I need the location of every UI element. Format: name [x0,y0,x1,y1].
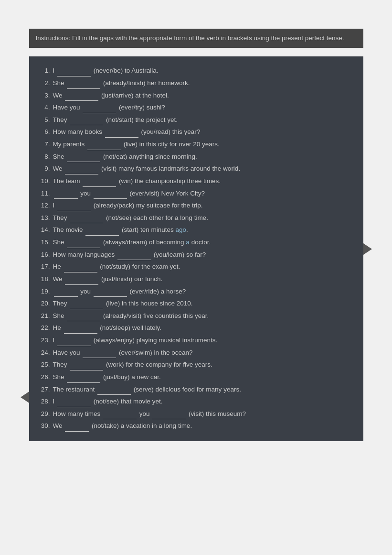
item-number: 7. [41,139,53,150]
item-number: 15. [41,237,53,248]
item-text: They (work) for the company for five yea… [53,359,352,370]
blank [57,401,91,407]
blank [103,413,137,419]
item-text: How many times you (visit) this museum? [53,408,352,420]
item-text: They (not/see) each other for a long tim… [53,212,352,224]
list-item: 29. How many times you (visit) this muse… [41,408,352,420]
list-item: 26. She (just/buy) a new car. [41,371,352,383]
item-text: How many languages (you/learn) so far? [53,249,352,261]
list-item: 24. Have you (ever/swim) in the ocean? [41,347,352,359]
item-number: 11. [41,188,53,199]
blank [105,131,138,138]
blank [65,94,98,101]
item-text: We (not/take) a vacation in a long time. [53,420,352,432]
item-text: She (not/eat) anything since morning. [53,151,352,163]
blank [85,229,119,236]
list-item: 8. She (not/eat) anything since morning. [41,151,352,163]
item-number: 8. [41,151,53,163]
item-number: 26. [41,371,53,383]
item-number: 12. [41,200,53,211]
blank [57,70,91,76]
blank [67,315,100,321]
list-item: 11. you (ever/visit) New York City? [41,188,352,199]
blank [67,376,100,383]
item-number: 20. [41,298,53,309]
blank [57,205,91,211]
item-number: 14. [41,224,53,236]
list-item: 1. I (never/be) to Australia. [41,65,352,76]
item-text: Have you (ever/swim) in the ocean? [53,347,352,359]
blank [65,278,98,285]
blank [83,107,116,113]
blank [70,217,103,223]
item-text: She (already/visit) five countries this … [53,310,352,322]
item-number: 18. [41,273,53,285]
item-number: 9. [41,163,53,174]
list-item: 20. They (live) in this house since 2010… [41,298,352,309]
blank [117,253,151,260]
item-text: you (ever/visit) New York City? [53,188,352,199]
item-number: 2. [41,77,53,89]
item-number: 27. [41,384,53,395]
blank [67,82,100,89]
item-text: The team (win) the championship three ti… [53,175,352,187]
blank [54,290,78,297]
item-number: 23. [41,335,53,346]
blank [64,327,97,334]
list-item: 28. I (not/see) that movie yet. [41,396,352,407]
blank [70,303,103,309]
item-number: 19. [41,286,53,297]
item-number: 24. [41,347,53,359]
item-text: I (already/pack) my suitcase for the tri… [53,200,352,211]
item-number: 30. [41,420,53,432]
list-item: 27. The restaurant (serve) delicious foo… [41,384,352,395]
item-text: How many books (you/read) this year? [53,126,352,138]
list-item: 22. He (not/sleep) well lately. [41,322,352,334]
item-number: 25. [41,359,53,370]
blank [83,351,116,358]
blank [97,388,131,395]
highlight-a: a [186,239,190,246]
item-number: 10. [41,175,53,187]
item-text: We (visit) many famous landmarks around … [53,163,352,174]
list-item: 19. you (ever/ride) a horse? [41,286,352,297]
blank [70,364,103,370]
item-number: 1. [41,65,53,76]
item-text: He (not/study) for the exam yet. [53,261,352,272]
list-item: 13. They (not/see) each other for a long… [41,212,352,224]
list-item: 7. My parents (live) in this city for ov… [41,139,352,150]
questions-list: 1. I (never/be) to Australia. 2. She (al… [41,65,352,432]
blank [94,290,127,297]
item-text: We (just/arrive) at the hotel. [53,90,352,101]
item-text: My parents (live) in this city for over … [53,139,352,150]
item-text: you (ever/ride) a horse? [53,286,352,297]
blank [65,425,89,432]
list-item: 5. They (not/start) the project yet. [41,114,352,126]
item-text: They (live) in this house since 2010. [53,298,352,309]
highlight-ago: ago [176,226,187,233]
item-text: I (never/be) to Australia. [53,65,352,76]
list-item: 15. She (always/dream) of becoming a doc… [41,237,352,248]
list-item: 17. He (not/study) for the exam yet. [41,261,352,272]
item-text: He (not/sleep) well lately. [53,322,352,334]
item-text: She (just/buy) a new car. [53,371,352,383]
list-item: 6. How many books (you/read) this year? [41,126,352,138]
questions-box: 1. I (never/be) to Australia. 2. She (al… [29,56,363,441]
blank [65,168,98,174]
item-text: Have you (ever/try) sushi? [53,102,352,113]
blank [67,241,100,248]
blank [87,143,121,150]
list-item: 10. The team (win) the championship thre… [41,175,352,187]
item-number: 16. [41,249,53,261]
item-text: I (always/enjoy) playing musical instrum… [53,335,352,346]
list-item: 18. We (just/finish) our lunch. [41,273,352,285]
item-text: She (already/finish) her homework. [53,77,352,89]
instructions-box: Instructions: Fill in the gaps with the … [29,29,363,48]
blank [83,180,116,187]
blank [67,155,100,162]
blank [64,266,97,272]
item-text: She (always/dream) of becoming a doctor. [53,237,352,248]
item-text: I (not/see) that movie yet. [53,396,352,407]
list-item: 23. I (always/enjoy) playing musical ins… [41,335,352,346]
item-text: We (just/finish) our lunch. [53,273,352,285]
